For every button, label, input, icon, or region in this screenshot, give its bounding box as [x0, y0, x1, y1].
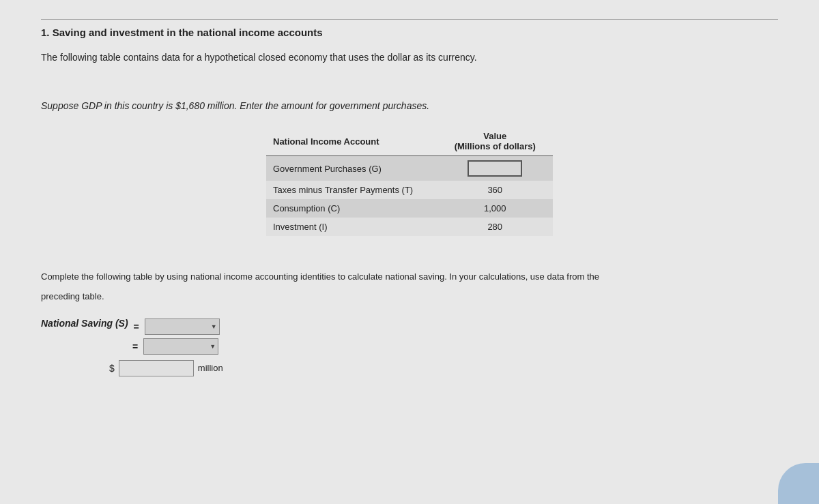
- ns-dropdown2-wrapper[interactable]: Y - T - C Y - C - G T - G: [143, 338, 218, 355]
- table-row: Investment (I)280: [266, 218, 553, 236]
- table-row: Government Purchases (G): [266, 156, 553, 181]
- ns-label: National Saving (S): [41, 318, 128, 329]
- ns-main-row: National Saving (S) = Y - T - C Y - C - …: [41, 318, 778, 336]
- account-cell: Consumption (C): [266, 199, 437, 218]
- account-cell: Taxes minus Transfer Payments (T): [266, 181, 437, 199]
- value-cell: 360: [437, 181, 553, 199]
- table-row: Taxes minus Transfer Payments (T)360: [266, 181, 553, 199]
- gov-purchases-text-input[interactable]: [469, 162, 521, 175]
- value-cell[interactable]: [437, 156, 553, 181]
- col-header-value: Value (Millions of dollars): [437, 128, 553, 156]
- national-saving-section: National Saving (S) = Y - T - C Y - C - …: [41, 318, 778, 376]
- ns-dropdown1[interactable]: Y - T - C Y - C - G T - G: [145, 318, 220, 335]
- gov-purchases-input[interactable]: [468, 160, 522, 177]
- page-container: 1. Saving and investment in the national…: [0, 0, 819, 504]
- ns-dropdown2[interactable]: Y - T - C Y - C - G T - G: [143, 338, 218, 355]
- value-cell: 280: [437, 218, 553, 236]
- ns-equals2: =: [132, 341, 138, 352]
- ns-dropdown1-wrapper[interactable]: Y - T - C Y - C - G T - G: [145, 318, 220, 335]
- account-cell: Government Purchases (G): [266, 156, 437, 181]
- million-label: million: [198, 363, 223, 373]
- col-header-account: National Income Account: [266, 128, 437, 156]
- dollar-sign: $: [109, 363, 115, 374]
- suppose-text: Suppose GDP in this country is $1,680 mi…: [41, 99, 778, 113]
- intro-text: The following table contains data for a …: [41, 50, 778, 65]
- national-saving-value-input[interactable]: [119, 360, 194, 376]
- national-income-table: National Income Account Value (Millions …: [266, 128, 553, 236]
- complete-text-line1: Complete the following table by using na…: [41, 270, 655, 284]
- decorative-blue-corner: [778, 463, 819, 504]
- section-title: 1. Saving and investment in the national…: [41, 19, 778, 38]
- ns-second-row: = Y - T - C Y - C - G T - G: [132, 338, 778, 355]
- account-cell: Investment (I): [266, 218, 437, 236]
- value-cell: 1,000: [437, 199, 553, 218]
- ns-equals1: =: [134, 321, 139, 332]
- table-row: Consumption (C)1,000: [266, 199, 553, 218]
- complete-text-line2: preceding table.: [41, 290, 655, 304]
- table-wrapper: National Income Account Value (Millions …: [41, 128, 778, 236]
- dollar-input-row: $ million: [109, 360, 778, 376]
